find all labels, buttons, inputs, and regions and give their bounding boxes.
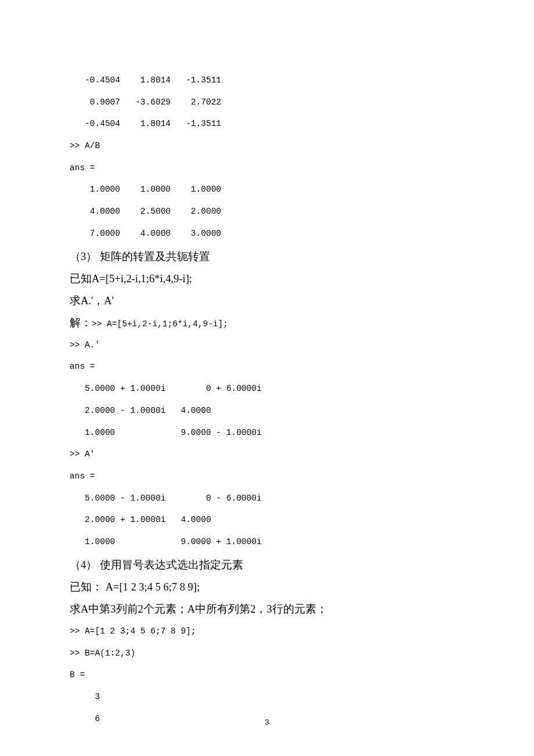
section-3-solution-line: 解：>> A=[5+i,2-i,1;6*i,4,9-i]; bbox=[70, 312, 464, 333]
document-page: -0.4504 1.8014 -1.3511 0.9007 -3.6029 2.… bbox=[0, 0, 534, 756]
section-4-known: 已知： A=[1 2 3;4 5 6;7 8 9]; bbox=[70, 577, 464, 597]
section-4-title: （4） 使用冒号表达式选出指定元素 bbox=[70, 555, 464, 575]
section-3-known: 已知A=[5+i,2-i,1;6*i,4,9-i]; bbox=[70, 268, 464, 289]
section-3-title: （3） 矩阵的转置及共轭转置 bbox=[70, 246, 464, 267]
code-output-block-2: >> A.' ans = 5.0000 + 1.0000i 0 + 6.0000… bbox=[70, 334, 464, 553]
code-output-block-3: >> A=[1 2 3;4 5 6;7 8 9]; >> B=A(1:2,3) … bbox=[70, 621, 464, 730]
solution-prefix: 解： bbox=[70, 317, 92, 329]
page-number: 3 bbox=[0, 718, 534, 727]
section-3-request: 求A.'，A' bbox=[70, 290, 464, 311]
solution-code-inline: >> A=[5+i,2-i,1;6*i,4,9-i]; bbox=[92, 319, 228, 329]
code-output-block-1: -0.4504 1.8014 -1.3511 0.9007 -3.6029 2.… bbox=[70, 70, 464, 245]
section-4-request: 求A中第3列前2个元素；A中所有列第2，3行的元素； bbox=[70, 599, 464, 620]
